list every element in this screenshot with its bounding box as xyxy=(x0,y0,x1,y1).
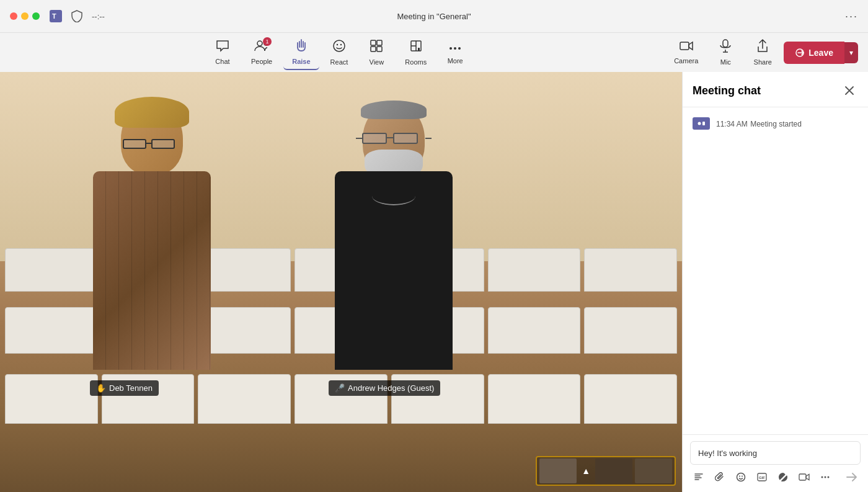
mic-label: Mic xyxy=(720,58,731,66)
camera-label: Camera xyxy=(674,57,698,65)
emoji-button[interactable] xyxy=(732,468,750,486)
window-title: Meeting in "General" xyxy=(397,12,471,21)
glasses-right xyxy=(358,133,429,145)
chat-input-area: Hey! It's working xyxy=(683,434,868,492)
video-clip-button[interactable] xyxy=(795,468,813,486)
mic-icon xyxy=(720,39,731,56)
camera-icon xyxy=(680,40,693,55)
svg-point-2 xyxy=(257,41,262,46)
svg-text:GIF: GIF xyxy=(759,476,765,480)
camera-button[interactable]: Camera xyxy=(668,37,704,68)
attach-button[interactable] xyxy=(711,468,728,486)
meeting-timer: --:-- xyxy=(92,12,105,21)
minimize-button[interactable] xyxy=(21,12,29,20)
view-button[interactable]: View xyxy=(359,35,394,69)
chat-more-button[interactable] xyxy=(817,468,834,486)
svg-rect-16 xyxy=(680,42,689,50)
chat-input-box[interactable]: Hey! It's working xyxy=(690,441,861,465)
svg-point-6 xyxy=(340,44,342,45)
svg-point-25 xyxy=(739,476,740,477)
svg-text:T: T xyxy=(52,12,56,20)
chat-icon xyxy=(216,40,229,55)
react-button[interactable]: React xyxy=(322,35,357,69)
gif-button[interactable]: GIF xyxy=(753,468,771,486)
rooms-button[interactable]: Rooms xyxy=(396,35,435,69)
svg-point-5 xyxy=(337,44,338,45)
react-icon xyxy=(332,39,346,56)
svg-point-31 xyxy=(825,476,826,478)
chat-toolbar-row: GIF xyxy=(690,465,861,486)
deb-name: Deb Tennen xyxy=(109,383,153,393)
glasses-left xyxy=(118,139,186,150)
titlebar-left: T --:-- xyxy=(10,6,105,26)
chat-label: Chat xyxy=(215,58,229,65)
svg-point-30 xyxy=(822,476,823,478)
more-button[interactable]: More xyxy=(438,37,472,68)
svg-point-15 xyxy=(458,47,461,50)
svg-point-32 xyxy=(828,476,830,478)
svg-rect-10 xyxy=(377,47,382,51)
share-icon xyxy=(757,39,768,56)
andrew-name: Andrew Hedges (Guest) xyxy=(348,383,434,393)
thumb-3 xyxy=(635,458,672,483)
rooms-label: Rooms xyxy=(405,58,427,66)
leave-label: Leave xyxy=(808,48,833,58)
chat-button[interactable]: Chat xyxy=(205,36,240,69)
deb-emoji: ✋ xyxy=(96,383,106,393)
send-button[interactable] xyxy=(843,468,861,486)
mic-button[interactable]: Mic xyxy=(709,35,742,69)
chat-panel-title: Meeting chat xyxy=(693,84,761,97)
sys-message-content: 11:34 AM Meeting started xyxy=(716,118,802,129)
people-icon: 1 xyxy=(254,40,269,55)
rooms-icon xyxy=(409,39,423,56)
svg-point-26 xyxy=(742,476,743,477)
window-more-button[interactable]: ··· xyxy=(845,10,858,23)
teams-icon: T xyxy=(50,10,62,22)
leave-button-wrap: Leave ▾ xyxy=(784,42,858,64)
raise-icon xyxy=(295,38,308,55)
svg-point-14 xyxy=(454,47,456,50)
traffic-lights xyxy=(10,12,40,20)
leave-button[interactable]: Leave xyxy=(784,42,844,64)
video-background: ✋ Deb Tennen 🎤 Andrew Hedges (Guest) ▲ xyxy=(0,72,682,492)
chat-header: Meeting chat xyxy=(683,72,868,107)
message-time: 11:34 AM xyxy=(716,120,748,128)
more-icon xyxy=(448,40,462,55)
chat-close-button[interactable] xyxy=(841,82,858,99)
format-button[interactable] xyxy=(690,468,707,486)
people-button[interactable]: 1 People xyxy=(242,36,281,69)
svg-rect-8 xyxy=(377,40,382,45)
video-area: ✋ Deb Tennen 🎤 Andrew Hedges (Guest) ▲ xyxy=(0,72,682,492)
svg-point-13 xyxy=(450,47,452,50)
raise-button[interactable]: Raise xyxy=(283,35,319,70)
svg-point-22 xyxy=(698,122,701,125)
name-tag-deb: ✋ Deb Tennen xyxy=(90,380,159,396)
raise-label: Raise xyxy=(292,58,310,65)
toolbar-center: Chat 1 People Raise xyxy=(205,35,472,70)
people-badge-count: 1 xyxy=(263,37,272,46)
thumb-2 xyxy=(595,458,632,483)
close-button[interactable] xyxy=(10,12,17,20)
svg-rect-23 xyxy=(702,122,705,125)
participant-deb xyxy=(81,91,223,376)
view-icon xyxy=(370,39,383,56)
thumbnail-strip[interactable]: ▲ xyxy=(536,456,676,486)
chat-panel: Meeting chat 11:34 AM xyxy=(682,72,868,492)
toolbar: Chat 1 People Raise xyxy=(0,32,868,72)
svg-rect-12 xyxy=(418,48,420,51)
chat-input-value: Hey! It's working xyxy=(698,449,757,458)
svg-point-24 xyxy=(737,473,745,481)
thumb-chevron-up[interactable]: ▲ xyxy=(579,466,593,476)
svg-rect-9 xyxy=(371,47,376,51)
system-message-meeting-started: 11:34 AM Meeting started xyxy=(693,117,858,130)
main-content: ✋ Deb Tennen 🎤 Andrew Hedges (Guest) ▲ M… xyxy=(0,72,868,492)
titlebar: T --:-- Meeting in "General" ··· xyxy=(0,0,868,32)
share-label: Share xyxy=(754,58,772,66)
leave-chevron-button[interactable]: ▾ xyxy=(844,42,858,63)
maximize-button[interactable] xyxy=(32,12,40,20)
name-tag-andrew: 🎤 Andrew Hedges (Guest) xyxy=(329,380,440,396)
thumb-1 xyxy=(539,458,577,483)
sticker-button[interactable] xyxy=(774,468,792,486)
share-button[interactable]: Share xyxy=(746,35,779,69)
view-label: View xyxy=(370,58,384,66)
